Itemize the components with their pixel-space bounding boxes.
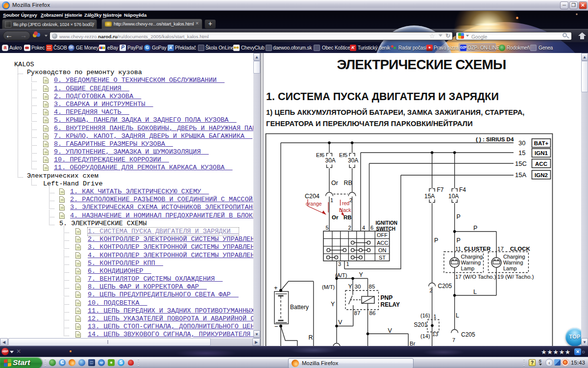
svg-text:IGN1: IGN1 (535, 150, 548, 156)
svg-text:15A: 15A (515, 171, 526, 179)
svg-text:SWITCH: SWITCH (376, 226, 395, 232)
svg-text:F4: F4 (459, 186, 466, 193)
svg-text:Lamp: Lamp (503, 265, 517, 271)
svg-text:13: 13 (432, 331, 438, 337)
svg-text:V: V (338, 319, 343, 326)
svg-text:86: 86 (369, 310, 376, 316)
svg-text:BAT+: BAT+ (534, 140, 549, 146)
svg-text:Lamp: Lamp (461, 265, 475, 271)
svg-text:(W/ Tacho.): (W/ Tacho.) (505, 274, 534, 280)
svg-text:IGN2: IGN2 (535, 172, 548, 178)
svg-text:CLUSTER: CLUSTER (464, 246, 491, 252)
svg-text:4: 4 (362, 225, 365, 231)
svg-text:P: P (434, 237, 438, 244)
svg-text:+: + (274, 284, 278, 291)
svg-text:5: 5 (326, 225, 329, 231)
svg-text:RB: RB (344, 180, 352, 186)
svg-text:Warning: Warning (503, 260, 523, 265)
svg-text:RB: RB (343, 214, 352, 220)
svg-text:15C: 15C (515, 160, 527, 167)
svg-text:OFF: OFF (377, 232, 388, 238)
svg-text:PNP: PNP (381, 294, 393, 301)
svg-text:Br: Br (410, 341, 416, 346)
svg-text:Y: Y (359, 271, 364, 278)
svg-text:(W/O Tacho.): (W/O Tacho.) (463, 274, 496, 280)
svg-text:C205: C205 (461, 331, 475, 338)
svg-text:Or: Or (331, 180, 338, 186)
svg-text:7: 7 (452, 337, 455, 343)
svg-text:IGNITION: IGNITION (376, 220, 397, 226)
svg-text:(M/T): (M/T) (322, 284, 335, 290)
svg-text:C205: C205 (438, 283, 452, 289)
svg-text:11: 11 (455, 246, 461, 252)
svg-text:P: P (473, 225, 477, 232)
svg-text:ACC: ACC (535, 161, 547, 167)
svg-text:S201: S201 (414, 321, 428, 328)
svg-text:(14): (14) (420, 333, 430, 339)
svg-text:( ) : SIRIUS D4: ( ) : SIRIUS D4 (476, 136, 514, 142)
svg-text:19: 19 (497, 274, 504, 280)
svg-text:Warning: Warning (461, 260, 481, 265)
svg-text:85: 85 (369, 284, 375, 289)
svg-text:10A: 10A (448, 193, 459, 200)
svg-text:17: 17 (455, 274, 462, 280)
svg-text:red: red (342, 200, 349, 206)
svg-text:1: 1 (330, 197, 333, 203)
svg-text:L: L (473, 289, 477, 295)
svg-text:ACC: ACC (377, 240, 388, 246)
svg-text:RELAY: RELAY (381, 301, 400, 308)
svg-text:3: 3 (338, 261, 341, 267)
svg-text:2: 2 (430, 288, 433, 293)
svg-text:−: − (274, 323, 278, 330)
svg-text:Y: Y (348, 283, 353, 290)
svg-text:P: P (457, 213, 461, 220)
svg-text:ON: ON (378, 247, 387, 253)
svg-text:2: 2 (348, 225, 351, 231)
svg-text:P: P (457, 237, 461, 244)
svg-text:ST: ST (379, 255, 386, 261)
svg-text:orange: orange (306, 201, 322, 207)
svg-text:Ef6: Ef6 (316, 152, 324, 158)
svg-text:R: R (309, 334, 313, 341)
svg-text:1: 1 (434, 314, 437, 319)
svg-text:V: V (388, 327, 392, 334)
svg-text:C204: C204 (305, 193, 319, 200)
svg-text:87: 87 (354, 310, 361, 316)
svg-text:Or: Or (332, 214, 339, 220)
svg-text:1: 1 (346, 261, 349, 267)
svg-text:F7: F7 (437, 186, 444, 193)
svg-text:Charging: Charging (503, 254, 525, 260)
svg-text:Ef5: Ef5 (339, 152, 347, 158)
svg-text:Battery: Battery (290, 304, 309, 311)
svg-text:15A: 15A (424, 193, 435, 200)
svg-text:CLOCK: CLOCK (510, 246, 531, 252)
svg-text:17: 17 (497, 246, 504, 252)
svg-text:(A/T): (A/T) (335, 272, 347, 278)
svg-text:30: 30 (518, 139, 525, 147)
svg-text:Charging: Charging (461, 254, 483, 260)
svg-text:30A: 30A (325, 157, 336, 164)
svg-text:30: 30 (355, 284, 361, 289)
svg-text:15: 15 (518, 149, 525, 157)
svg-text:(16): (16) (420, 313, 430, 318)
svg-text:30A: 30A (348, 157, 358, 164)
svg-text:Y: Y (331, 301, 335, 308)
svg-text:L: L (456, 312, 459, 319)
svg-text:2: 2 (349, 197, 352, 203)
svg-text:6: 6 (370, 225, 373, 231)
